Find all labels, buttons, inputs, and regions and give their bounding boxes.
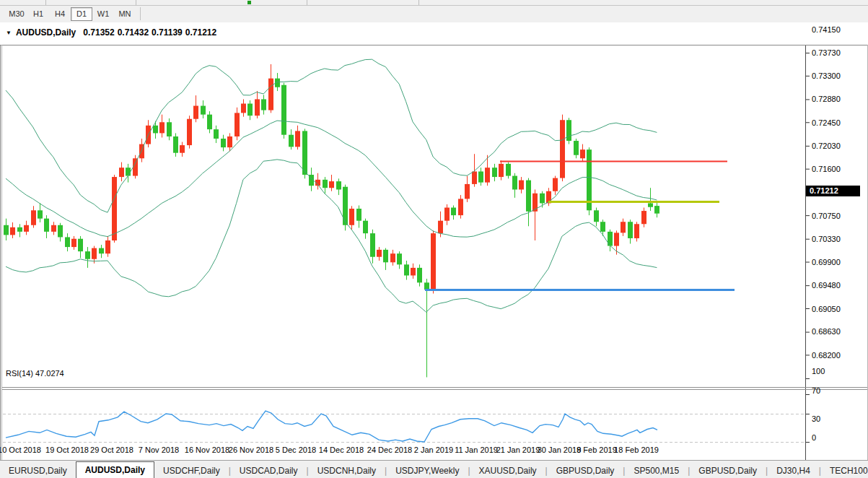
price-axis-label: 0.69480 bbox=[812, 281, 841, 290]
date-axis-label: 26 Nov 2018 bbox=[229, 446, 273, 454]
rsi-name: RSI(14) bbox=[6, 369, 33, 378]
price-axis-label: 0.70330 bbox=[812, 235, 841, 243]
chart-tab-gbpusd-daily[interactable]: GBPUSD,Daily bbox=[548, 464, 623, 478]
toolbar-separator bbox=[136, 0, 136, 5]
chart-tab-eurusd-daily[interactable]: EURUSD,Daily bbox=[0, 464, 76, 478]
price-axis-label: 0.69900 bbox=[812, 258, 841, 266]
timeframe-button-mn[interactable]: MN bbox=[114, 7, 136, 21]
date-axis-label: 7 Nov 2018 bbox=[139, 446, 179, 454]
date-axis-label: 29 Oct 2018 bbox=[90, 446, 133, 454]
price-axis-label: 0.72450 bbox=[812, 118, 841, 127]
mt4-terminal: { "toolbar": { "timeframes": [ {"label":… bbox=[0, 0, 868, 478]
top-toolbar-strip bbox=[0, 0, 868, 6]
date-axis-label: 14 Dec 2018 bbox=[319, 446, 364, 454]
date-axis-label: 18 Feb 2019 bbox=[614, 446, 659, 454]
date-axis-label: 10 Oct 2018 bbox=[0, 446, 41, 454]
toolbar-separator bbox=[307, 0, 307, 5]
chart-window[interactable]: ▼AUDUSD,Daily0.713520.714320.711390.7121… bbox=[0, 22, 868, 460]
ohlc-close: 0.71212 bbox=[185, 27, 216, 38]
date-axis-label: 19 Oct 2018 bbox=[45, 446, 89, 454]
chart-tab-usdchf-daily[interactable]: USDCHF,Daily bbox=[154, 464, 229, 478]
ohlc-open: 0.71352 bbox=[83, 27, 114, 38]
chart-tab-usdcnh-daily[interactable]: USDCNH,Daily bbox=[309, 464, 385, 478]
ohlc-high: 0.71432 bbox=[118, 27, 149, 38]
date-axis-label: 2 Jan 2019 bbox=[414, 446, 453, 454]
date-axis-label: 11 Jan 2019 bbox=[455, 446, 498, 454]
rsi-value: 47.0274 bbox=[35, 369, 64, 378]
price-axis-label: 0.72880 bbox=[812, 95, 841, 103]
date-axis-label: 5 Dec 2018 bbox=[276, 446, 316, 454]
price-chart-canvas bbox=[0, 22, 868, 478]
price-axis-label: 0.72030 bbox=[812, 142, 841, 150]
date-axis-label: 21 Jan 2019 bbox=[496, 446, 540, 454]
date-axis-label: 30 Jan 2019 bbox=[538, 446, 582, 454]
date-axis-label: 16 Nov 2018 bbox=[185, 446, 229, 454]
chart-tab-dj30-h4[interactable]: DJ30,H4 bbox=[768, 464, 819, 478]
rsi-indicator-label: RSI(14) 47.0274 bbox=[6, 369, 64, 378]
ohlc-low: 0.71139 bbox=[152, 27, 183, 38]
rsi-axis-label: 30 bbox=[812, 414, 820, 423]
price-axis-label: 0.68630 bbox=[812, 327, 841, 336]
rsi-axis-label: 70 bbox=[812, 386, 820, 395]
chart-tab-usdcad-daily[interactable]: USDCAD,Daily bbox=[231, 464, 307, 478]
toolbar-separator bbox=[418, 0, 419, 5]
price-axis-label: 0.73300 bbox=[812, 71, 841, 80]
price-axis-label: 0.74150 bbox=[812, 25, 841, 34]
chart-tab-bar: EURUSD,DailyAUDUSD,DailyUSDCHF,Daily|USD… bbox=[0, 460, 868, 478]
rsi-axis-label: 0 bbox=[812, 433, 816, 442]
price-axis-label: 0.73730 bbox=[812, 48, 841, 57]
price-axis-label: 0.68200 bbox=[812, 351, 841, 360]
chart-tab-sp500-m15[interactable]: SP500,M15 bbox=[625, 464, 688, 478]
timeframe-button-m30[interactable]: M30 bbox=[6, 7, 27, 21]
timeframe-button-h4[interactable]: H4 bbox=[49, 7, 71, 21]
tabs-holder: EURUSD,DailyAUDUSD,DailyUSDCHF,Daily|USD… bbox=[0, 461, 868, 478]
price-axis-label: 0.71600 bbox=[812, 165, 841, 173]
toolbar-separator bbox=[45, 0, 46, 5]
chart-tab-audusd-daily[interactable]: AUDUSD,Daily bbox=[76, 461, 154, 478]
symbol-name: AUDUSD,Daily bbox=[16, 27, 76, 38]
timeframe-button-h1[interactable]: H1 bbox=[27, 7, 49, 21]
price-axis-label: 0.70750 bbox=[812, 212, 841, 220]
date-axis-label: 24 Dec 2018 bbox=[367, 446, 412, 454]
chart-title: ▼AUDUSD,Daily0.713520.714320.711390.7121… bbox=[6, 27, 219, 38]
current-price-tag: 0.71212 bbox=[806, 186, 860, 196]
symbol-dropdown-icon[interactable]: ▼ bbox=[6, 30, 12, 36]
chart-tab-tech100[interactable]: TECH100 bbox=[821, 464, 868, 478]
timeframe-button-w1[interactable]: W1 bbox=[92, 7, 114, 21]
chart-tab-gbpusd-daily[interactable]: GBPUSD,Daily bbox=[690, 464, 766, 478]
timeframe-toolbar: M30H1H4D1W1MN bbox=[0, 6, 868, 22]
price-axis-label: 0.69050 bbox=[812, 305, 841, 313]
chart-tab-xauusd-daily[interactable]: XAUUSD,Daily bbox=[470, 464, 545, 478]
pane-divider[interactable] bbox=[0, 364, 868, 368]
date-axis-label: 8 Feb 2019 bbox=[577, 446, 617, 454]
toolbar-separator bbox=[140, 7, 141, 20]
chart-tab-usdjpy-weekly[interactable]: USDJPY,Weekly bbox=[387, 464, 468, 478]
toolbar-green-status-icon bbox=[247, 1, 251, 4]
timeframe-button-d1[interactable]: D1 bbox=[71, 7, 92, 21]
